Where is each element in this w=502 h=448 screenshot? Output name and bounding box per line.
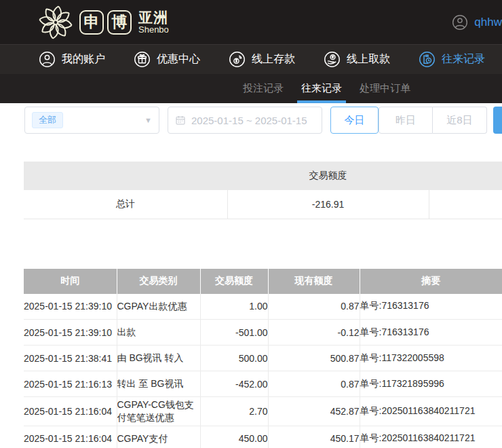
search-button[interactable]: [493, 107, 502, 134]
cell-balance: 452.87: [268, 397, 360, 426]
logo-char-2: 博: [107, 10, 132, 35]
top-header: 申 博 亚洲 Shenbo qhhw: [0, 0, 502, 44]
nav-item-transactions[interactable]: 往来记录: [419, 51, 485, 68]
cell-amount: 500.00: [200, 346, 268, 371]
transactions-table: 时间 交易类别 交易额度 现有额度 摘要 2025-01-15 21:39:10…: [24, 269, 502, 448]
tab-label: 处理中订单: [360, 82, 410, 95]
date-range-input[interactable]: 2025-01-15 ~ 2025-01-15: [168, 107, 322, 134]
cell-balance: 500.87: [268, 346, 360, 371]
table-row: 2025-01-15 21:39:10 出款 -501.00 -0.12 单号:…: [24, 320, 502, 346]
cell-balance: 0.87: [268, 294, 360, 320]
chevron-down-icon: ▼: [144, 116, 152, 124]
col-header-time: 时间: [24, 269, 117, 294]
user-avatar-icon: [452, 14, 468, 31]
today-button[interactable]: 今日: [330, 107, 379, 134]
summary-header-amount: 交易额度: [227, 162, 429, 190]
records-icon: [419, 51, 436, 68]
cell-time: 2025-01-15 21:39:10: [24, 294, 117, 320]
logo-subtitle: Shenbo: [138, 25, 169, 35]
yesterday-button[interactable]: 昨日: [379, 107, 433, 134]
cell-time: 2025-01-15 21:39:10: [24, 320, 117, 346]
table-row: 2025-01-15 21:38:41 由 BG视讯 转入 500.00 500…: [24, 346, 502, 371]
cell-memo: 单号:716313176: [360, 320, 502, 346]
cell-balance: 0.87: [268, 371, 360, 397]
col-header-balance: 现有额度: [268, 269, 360, 294]
summary-empty-cell: [429, 190, 502, 219]
table-row: 2025-01-15 21:16:04 CGPAY-CG钱包支付笔笔送优惠 2.…: [24, 397, 502, 426]
cell-type: 出款: [117, 320, 200, 346]
cell-balance: 450.17: [268, 426, 360, 448]
nav-item-my-account[interactable]: 我的账户: [39, 51, 105, 68]
nav-label: 优惠中心: [157, 52, 200, 67]
tab-betting-records[interactable]: 投注记录: [243, 74, 284, 103]
cell-time: 2025-01-15 21:16:04: [24, 397, 117, 426]
summary-table: 交易额度 总计 -216.91: [24, 162, 502, 219]
cell-memo: 单号:716313176: [360, 294, 502, 320]
table-header-row: 时间 交易类别 交易额度 现有额度 摘要: [24, 269, 502, 294]
brand-logo[interactable]: 申 博 亚洲 Shenbo: [37, 4, 169, 41]
cell-type: 转出 至 BG视讯: [117, 371, 200, 397]
main-nav: 我的账户 优惠中心 线上存款 线上取款: [0, 44, 502, 74]
tab-label: 投注记录: [243, 82, 284, 95]
summary-total-label: 总计: [24, 190, 227, 219]
cell-memo: 单号:117322005598: [360, 346, 502, 371]
flower-logo-icon: [37, 4, 74, 41]
summary-total-row: 总计 -216.91: [24, 190, 502, 219]
nav-label: 线上存款: [252, 52, 295, 67]
nav-label: 往来记录: [442, 52, 485, 67]
cell-balance: -0.12: [268, 320, 360, 346]
cell-amount: -501.00: [200, 320, 268, 346]
type-select-value: 全部: [32, 112, 63, 128]
cell-amount: 450.00: [200, 426, 268, 448]
cell-time: 2025-01-15 21:38:41: [24, 346, 117, 371]
username[interactable]: qhhw: [474, 16, 502, 29]
cell-type: CGPAY-CG钱包支付笔笔送优惠: [117, 397, 200, 426]
table-row: 2025-01-15 21:16:04 CGPAY支付 450.00 450.1…: [24, 426, 502, 448]
cell-memo: 单号:117321895996: [360, 371, 502, 397]
nav-item-withdrawal[interactable]: 线上取款: [324, 51, 390, 68]
tab-label: 往来记录: [301, 82, 342, 95]
quick-date-buttons: 今日 昨日 近8日: [330, 107, 487, 134]
tab-pending-orders[interactable]: 处理中订单: [360, 74, 410, 103]
cell-time: 2025-01-15 21:16:13: [24, 371, 117, 397]
gift-icon: [134, 51, 151, 68]
summary-header-empty: [24, 162, 227, 190]
user-account[interactable]: qhhw: [452, 14, 502, 31]
summary-header-row: 交易额度: [24, 162, 502, 190]
nav-label: 线上取款: [347, 52, 390, 67]
cell-memo: 单号:202501163840211721: [360, 426, 502, 448]
calendar-icon: [175, 115, 186, 126]
records-subnav: 投注记录 往来记录 处理中订单: [0, 74, 502, 103]
deposit-icon: [229, 51, 246, 68]
filter-bar: 全部 ▼ 2025-01-15 ~ 2025-01-15 今日 昨日 近8日: [24, 107, 502, 134]
last-8-days-button[interactable]: 近8日: [433, 107, 487, 134]
cell-type: 由 BG视讯 转入: [117, 346, 200, 371]
cell-amount: 1.00: [200, 294, 268, 320]
tab-transaction-records[interactable]: 往来记录: [301, 74, 342, 103]
cell-type: CGPAY出款优惠: [117, 294, 200, 320]
date-range-value: 2025-01-15 ~ 2025-01-15: [191, 115, 307, 126]
type-select[interactable]: 全部 ▼: [24, 107, 159, 134]
cell-amount: 2.70: [200, 397, 268, 426]
nav-item-deposit[interactable]: 线上存款: [229, 51, 295, 68]
summary-header-empty: [429, 162, 502, 190]
logo-region-text: 亚洲: [138, 10, 169, 25]
table-row: 2025-01-15 21:39:10 CGPAY出款优惠 1.00 0.87 …: [24, 294, 502, 320]
col-header-memo: 摘要: [360, 269, 502, 294]
cell-memo: 单号:202501163840211721: [360, 397, 502, 426]
col-header-type: 交易类别: [117, 269, 200, 294]
table-row: 2025-01-15 21:16:13 转出 至 BG视讯 -452.00 0.…: [24, 371, 502, 397]
withdraw-icon: [324, 51, 341, 68]
nav-label: 我的账户: [62, 52, 105, 67]
cell-type: CGPAY支付: [117, 426, 200, 448]
cell-time: 2025-01-15 21:16:04: [24, 426, 117, 448]
nav-item-promotions[interactable]: 优惠中心: [134, 51, 200, 68]
cell-amount: -452.00: [200, 371, 268, 397]
col-header-amount: 交易额度: [200, 269, 268, 294]
account-icon: [39, 51, 56, 68]
logo-wordmark: 申 博: [79, 10, 132, 35]
logo-char-1: 申: [79, 10, 104, 35]
summary-total-value: -216.91: [227, 190, 429, 219]
